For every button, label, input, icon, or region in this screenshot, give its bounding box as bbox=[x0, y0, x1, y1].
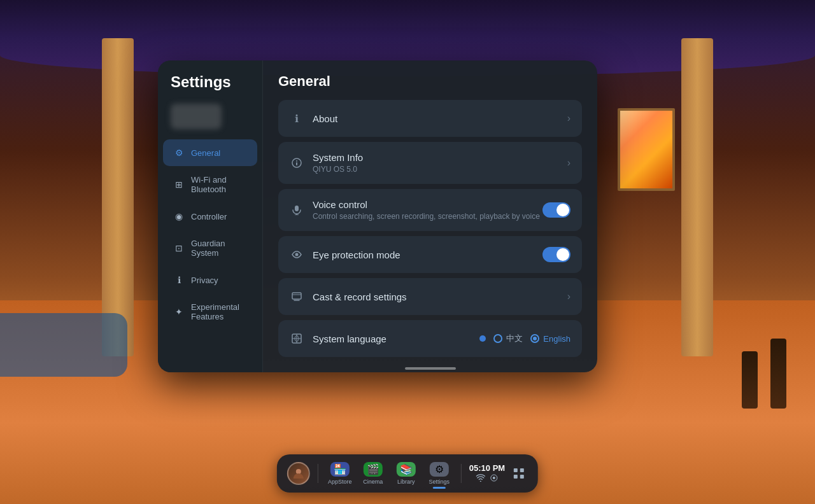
taskbar-app-library[interactable]: 📚 Library bbox=[392, 459, 420, 487]
chinese-radio[interactable] bbox=[493, 334, 502, 343]
grid-dot-1 bbox=[514, 468, 518, 472]
voice-control-row[interactable]: Voice control Control searching, screen … bbox=[278, 189, 582, 231]
taskbar-divider-2 bbox=[461, 464, 462, 483]
taskbar-status: 05:10 PM bbox=[469, 463, 505, 484]
about-icon: ℹ bbox=[290, 111, 304, 125]
about-chevron: › bbox=[567, 113, 570, 124]
voice-control-toggle[interactable] bbox=[542, 202, 570, 218]
eye-protection-toggle[interactable] bbox=[542, 247, 570, 262]
wifi-status-icon bbox=[476, 474, 485, 484]
eye-protection-label: Eye protection mode bbox=[313, 249, 542, 260]
guardian-icon: ⊡ bbox=[173, 242, 185, 254]
sidebar-label-controller: Controller bbox=[191, 212, 227, 221]
cast-record-icon bbox=[290, 290, 304, 304]
sidebar-label-guardian: Guardian System bbox=[191, 239, 247, 258]
lantern-2 bbox=[770, 339, 786, 409]
taskbar-icons bbox=[476, 474, 498, 484]
svg-rect-7 bbox=[292, 293, 301, 299]
pool bbox=[0, 313, 127, 377]
sidebar-label-general: General bbox=[191, 148, 220, 158]
eye-protection-toggle-knob bbox=[556, 248, 569, 261]
eye-protection-row[interactable]: Eye protection mode bbox=[278, 236, 582, 273]
general-icon: ⚙ bbox=[173, 147, 185, 158]
settings-label: Settings bbox=[429, 479, 450, 485]
eye-protection-right bbox=[542, 247, 570, 262]
system-info-row[interactable]: System Info QIYU OS 5.0 › bbox=[278, 142, 582, 184]
voice-control-sublabel: Control searching, screen recording, scr… bbox=[313, 212, 542, 221]
sidebar-label-privacy: Privacy bbox=[191, 276, 218, 285]
column-left bbox=[102, 38, 134, 356]
sidebar-item-wifi[interactable]: ⊞ Wi-Fi and Bluetooth bbox=[163, 167, 257, 202]
svg-rect-3 bbox=[295, 206, 299, 211]
voice-control-content: Voice control Control searching, screen … bbox=[313, 199, 542, 221]
more-grid-icon bbox=[514, 468, 524, 479]
taskbar-more-button[interactable] bbox=[510, 465, 528, 482]
about-row[interactable]: ℹ About › bbox=[278, 100, 582, 137]
grid-dot-2 bbox=[520, 468, 524, 472]
art-painting bbox=[620, 111, 672, 188]
experimental-icon: ✦ bbox=[173, 306, 185, 318]
taskbar-app-settings[interactable]: ⚙ Settings bbox=[425, 459, 453, 487]
system-language-row[interactable]: System language 中文 English bbox=[278, 320, 582, 357]
eye-protection-icon bbox=[290, 248, 304, 262]
grid-dot-3 bbox=[514, 475, 518, 479]
sidebar: Settings ⚙ General ⊞ Wi-Fi and Bluetooth… bbox=[158, 60, 263, 372]
settings-app-icon: ⚙ bbox=[430, 462, 449, 477]
chinese-label: 中文 bbox=[506, 333, 523, 344]
main-content: General ℹ About › System Info QIYU bbox=[263, 60, 597, 372]
column-right bbox=[681, 38, 713, 356]
cast-record-right: › bbox=[567, 291, 570, 302]
sidebar-item-guardian[interactable]: ⊡ Guardian System bbox=[163, 231, 257, 265]
lanterns bbox=[742, 339, 786, 409]
privacy-icon: ℹ bbox=[173, 274, 185, 286]
taskbar: 🏪 AppStore 🎬 Cinema 📚 Library ⚙ Settings… bbox=[277, 454, 538, 493]
about-content: About bbox=[313, 113, 567, 124]
voice-control-toggle-knob bbox=[556, 204, 569, 216]
taskbar-time: 05:10 PM bbox=[469, 463, 505, 473]
battery-icon bbox=[490, 474, 498, 484]
system-language-icon bbox=[290, 332, 304, 346]
taskbar-divider-1 bbox=[318, 464, 318, 483]
cast-record-row[interactable]: Cast & record settings › bbox=[278, 278, 582, 315]
page-title: General bbox=[278, 73, 582, 90]
sidebar-label-experimental: Experimental Features bbox=[191, 302, 247, 321]
sidebar-item-general[interactable]: ⚙ General bbox=[163, 139, 257, 166]
voice-control-icon bbox=[290, 203, 304, 217]
system-language-right: 中文 English bbox=[479, 333, 570, 344]
system-info-chevron: › bbox=[567, 157, 570, 169]
system-language-label: System language bbox=[313, 333, 479, 344]
svg-rect-2 bbox=[296, 162, 297, 165]
svg-point-13 bbox=[493, 477, 495, 479]
svg-point-1 bbox=[296, 160, 297, 162]
taskbar-avatar[interactable] bbox=[287, 462, 310, 485]
system-info-icon bbox=[290, 156, 304, 170]
appstore-icon: 🏪 bbox=[330, 462, 350, 477]
svg-point-6 bbox=[295, 253, 299, 256]
cinema-label: Cinema bbox=[363, 479, 383, 485]
grid-dot-4 bbox=[520, 475, 524, 479]
english-label: English bbox=[543, 334, 570, 344]
language-option-chinese[interactable]: 中文 bbox=[493, 333, 523, 344]
system-info-sublabel: QIYU OS 5.0 bbox=[313, 165, 567, 174]
language-option-english[interactable]: English bbox=[530, 334, 570, 344]
eye-protection-content: Eye protection mode bbox=[313, 249, 542, 260]
system-info-right: › bbox=[567, 157, 570, 169]
lantern-1 bbox=[742, 351, 758, 409]
art-frame bbox=[618, 108, 675, 191]
library-label: Library bbox=[397, 479, 415, 485]
english-radio[interactable] bbox=[530, 334, 539, 343]
system-language-content: System language bbox=[313, 333, 479, 344]
sidebar-item-experimental[interactable]: ✦ Experimental Features bbox=[163, 295, 257, 329]
about-label: About bbox=[313, 113, 567, 124]
sidebar-item-privacy[interactable]: ℹ Privacy bbox=[163, 267, 257, 293]
voice-control-label: Voice control bbox=[313, 199, 542, 210]
library-icon: 📚 bbox=[397, 462, 416, 477]
wifi-icon: ⊞ bbox=[173, 179, 185, 190]
taskbar-app-cinema[interactable]: 🎬 Cinema bbox=[359, 459, 387, 487]
system-info-label: System Info bbox=[313, 152, 567, 163]
taskbar-app-appstore[interactable]: 🏪 AppStore bbox=[326, 459, 354, 487]
sidebar-item-controller[interactable]: ◉ Controller bbox=[163, 203, 257, 230]
voice-control-right bbox=[542, 202, 570, 218]
scroll-indicator bbox=[278, 362, 582, 372]
appstore-label: AppStore bbox=[328, 479, 352, 485]
